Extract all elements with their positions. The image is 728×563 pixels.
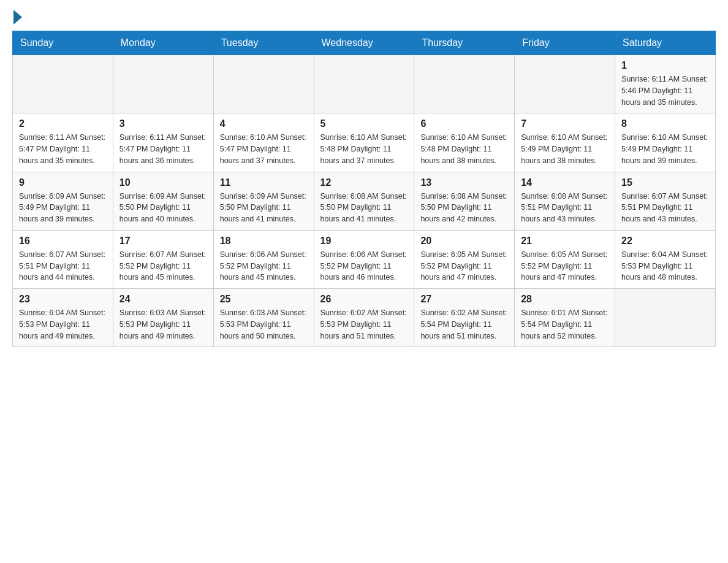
day-info: Sunrise: 6:02 AM Sunset: 5:53 PM Dayligh… <box>320 307 408 342</box>
calendar-day-cell <box>615 289 716 347</box>
calendar-day-cell: 6Sunrise: 6:10 AM Sunset: 5:48 PM Daylig… <box>414 113 515 172</box>
day-number: 2 <box>19 118 107 129</box>
day-info: Sunrise: 6:05 AM Sunset: 5:52 PM Dayligh… <box>521 249 609 283</box>
calendar-day-cell: 25Sunrise: 6:03 AM Sunset: 5:53 PM Dayli… <box>213 289 314 347</box>
page-header <box>12 12 716 25</box>
day-number: 5 <box>320 118 408 129</box>
day-info: Sunrise: 6:06 AM Sunset: 5:52 PM Dayligh… <box>220 249 308 283</box>
day-number: 20 <box>420 236 508 247</box>
calendar-day-cell: 16Sunrise: 6:07 AM Sunset: 5:51 PM Dayli… <box>13 230 113 288</box>
calendar-day-cell: 2Sunrise: 6:11 AM Sunset: 5:47 PM Daylig… <box>13 113 113 172</box>
day-info: Sunrise: 6:10 AM Sunset: 5:47 PM Dayligh… <box>220 132 308 166</box>
day-number: 27 <box>420 294 508 305</box>
calendar-day-cell: 1Sunrise: 6:11 AM Sunset: 5:46 PM Daylig… <box>615 55 716 113</box>
day-number: 16 <box>19 236 107 247</box>
calendar-day-cell: 18Sunrise: 6:06 AM Sunset: 5:52 PM Dayli… <box>213 230 314 288</box>
col-thursday: Thursday <box>414 31 515 55</box>
day-info: Sunrise: 6:02 AM Sunset: 5:54 PM Dayligh… <box>420 307 508 342</box>
day-number: 8 <box>621 118 709 129</box>
day-number: 12 <box>320 177 408 188</box>
day-number: 25 <box>220 294 308 305</box>
calendar-day-cell: 11Sunrise: 6:09 AM Sunset: 5:50 PM Dayli… <box>213 172 314 230</box>
day-number: 23 <box>19 294 107 305</box>
day-number: 21 <box>521 236 609 247</box>
day-info: Sunrise: 6:07 AM Sunset: 5:52 PM Dayligh… <box>119 249 207 283</box>
calendar-day-cell: 3Sunrise: 6:11 AM Sunset: 5:47 PM Daylig… <box>113 113 213 172</box>
calendar-day-cell: 19Sunrise: 6:06 AM Sunset: 5:52 PM Dayli… <box>314 230 414 288</box>
header-row: Sunday Monday Tuesday Wednesday Thursday… <box>13 31 716 55</box>
calendar-day-cell: 24Sunrise: 6:03 AM Sunset: 5:53 PM Dayli… <box>113 289 213 347</box>
calendar-week-row: 9Sunrise: 6:09 AM Sunset: 5:49 PM Daylig… <box>13 172 716 230</box>
calendar-day-cell <box>314 55 414 113</box>
calendar-day-cell <box>515 55 615 113</box>
col-tuesday: Tuesday <box>213 31 314 55</box>
calendar-week-row: 16Sunrise: 6:07 AM Sunset: 5:51 PM Dayli… <box>13 230 716 288</box>
col-sunday: Sunday <box>13 31 113 55</box>
calendar-day-cell: 26Sunrise: 6:02 AM Sunset: 5:53 PM Dayli… <box>314 289 414 347</box>
day-number: 10 <box>119 177 207 188</box>
day-number: 6 <box>420 118 508 129</box>
day-number: 9 <box>19 177 107 188</box>
day-number: 3 <box>119 118 207 129</box>
col-saturday: Saturday <box>615 31 716 55</box>
day-number: 22 <box>621 236 709 247</box>
calendar-day-cell <box>13 55 113 113</box>
day-number: 28 <box>521 294 609 305</box>
day-number: 26 <box>320 294 408 305</box>
calendar-header: Sunday Monday Tuesday Wednesday Thursday… <box>13 31 716 55</box>
day-info: Sunrise: 6:04 AM Sunset: 5:53 PM Dayligh… <box>19 307 107 342</box>
day-info: Sunrise: 6:04 AM Sunset: 5:53 PM Dayligh… <box>621 249 709 283</box>
calendar-table: Sunday Monday Tuesday Wednesday Thursday… <box>12 31 716 347</box>
day-info: Sunrise: 6:03 AM Sunset: 5:53 PM Dayligh… <box>220 307 308 342</box>
calendar-day-cell: 15Sunrise: 6:07 AM Sunset: 5:51 PM Dayli… <box>615 172 716 230</box>
day-number: 18 <box>220 236 308 247</box>
calendar-day-cell <box>113 55 213 113</box>
calendar-week-row: 1Sunrise: 6:11 AM Sunset: 5:46 PM Daylig… <box>13 55 716 113</box>
col-wednesday: Wednesday <box>314 31 414 55</box>
day-info: Sunrise: 6:08 AM Sunset: 5:51 PM Dayligh… <box>521 191 609 225</box>
calendar-day-cell <box>213 55 314 113</box>
calendar-week-row: 2Sunrise: 6:11 AM Sunset: 5:47 PM Daylig… <box>13 113 716 172</box>
logo <box>12 12 22 25</box>
calendar-day-cell: 4Sunrise: 6:10 AM Sunset: 5:47 PM Daylig… <box>213 113 314 172</box>
calendar-body: 1Sunrise: 6:11 AM Sunset: 5:46 PM Daylig… <box>13 55 716 347</box>
calendar-day-cell: 12Sunrise: 6:08 AM Sunset: 5:50 PM Dayli… <box>314 172 414 230</box>
day-info: Sunrise: 6:08 AM Sunset: 5:50 PM Dayligh… <box>420 191 508 225</box>
calendar-day-cell: 28Sunrise: 6:01 AM Sunset: 5:54 PM Dayli… <box>515 289 615 347</box>
day-info: Sunrise: 6:09 AM Sunset: 5:50 PM Dayligh… <box>119 191 207 225</box>
day-number: 7 <box>521 118 609 129</box>
day-info: Sunrise: 6:07 AM Sunset: 5:51 PM Dayligh… <box>621 191 709 225</box>
calendar-day-cell: 20Sunrise: 6:05 AM Sunset: 5:52 PM Dayli… <box>414 230 515 288</box>
col-friday: Friday <box>515 31 615 55</box>
calendar-day-cell: 23Sunrise: 6:04 AM Sunset: 5:53 PM Dayli… <box>13 289 113 347</box>
day-info: Sunrise: 6:07 AM Sunset: 5:51 PM Dayligh… <box>19 249 107 283</box>
calendar-day-cell: 8Sunrise: 6:10 AM Sunset: 5:49 PM Daylig… <box>615 113 716 172</box>
calendar-day-cell: 9Sunrise: 6:09 AM Sunset: 5:49 PM Daylig… <box>13 172 113 230</box>
day-number: 17 <box>119 236 207 247</box>
day-number: 11 <box>220 177 308 188</box>
day-info: Sunrise: 6:11 AM Sunset: 5:47 PM Dayligh… <box>119 132 207 166</box>
day-info: Sunrise: 6:11 AM Sunset: 5:47 PM Dayligh… <box>19 132 107 166</box>
col-monday: Monday <box>113 31 213 55</box>
day-info: Sunrise: 6:11 AM Sunset: 5:46 PM Dayligh… <box>621 74 709 108</box>
day-info: Sunrise: 6:03 AM Sunset: 5:53 PM Dayligh… <box>119 307 207 342</box>
calendar-day-cell: 21Sunrise: 6:05 AM Sunset: 5:52 PM Dayli… <box>515 230 615 288</box>
day-number: 19 <box>320 236 408 247</box>
day-info: Sunrise: 6:10 AM Sunset: 5:48 PM Dayligh… <box>420 132 508 166</box>
day-number: 13 <box>420 177 508 188</box>
day-info: Sunrise: 6:06 AM Sunset: 5:52 PM Dayligh… <box>320 249 408 283</box>
logo-arrow-icon <box>13 10 22 25</box>
day-info: Sunrise: 6:10 AM Sunset: 5:48 PM Dayligh… <box>320 132 408 166</box>
day-info: Sunrise: 6:09 AM Sunset: 5:49 PM Dayligh… <box>19 191 107 225</box>
calendar-day-cell: 27Sunrise: 6:02 AM Sunset: 5:54 PM Dayli… <box>414 289 515 347</box>
calendar-day-cell: 10Sunrise: 6:09 AM Sunset: 5:50 PM Dayli… <box>113 172 213 230</box>
day-number: 1 <box>621 60 709 71</box>
day-number: 4 <box>220 118 308 129</box>
calendar-day-cell: 13Sunrise: 6:08 AM Sunset: 5:50 PM Dayli… <box>414 172 515 230</box>
day-number: 15 <box>621 177 709 188</box>
day-number: 14 <box>521 177 609 188</box>
calendar-day-cell: 5Sunrise: 6:10 AM Sunset: 5:48 PM Daylig… <box>314 113 414 172</box>
calendar-day-cell: 22Sunrise: 6:04 AM Sunset: 5:53 PM Dayli… <box>615 230 716 288</box>
calendar-day-cell <box>414 55 515 113</box>
calendar-day-cell: 14Sunrise: 6:08 AM Sunset: 5:51 PM Dayli… <box>515 172 615 230</box>
